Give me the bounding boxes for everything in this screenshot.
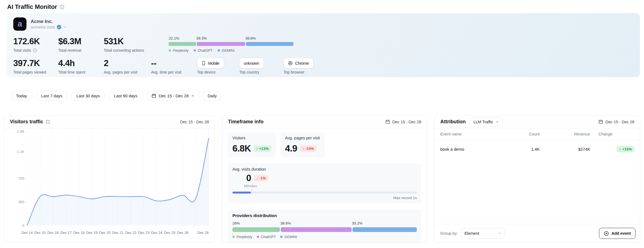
svg-text:350: 350 [18, 200, 24, 204]
chevron-down-icon [63, 25, 67, 29]
pages-per-visit-tile: Avg. pages per visit 4.9 ↓ -10% [281, 132, 325, 157]
traffic-filter-dropdown[interactable]: LLM Traffic [470, 117, 503, 127]
legend-dot-perplexity [169, 49, 171, 52]
segment-gemini [246, 42, 293, 46]
visitors-value: 6.8K [232, 143, 251, 154]
duration-progress-fill [232, 192, 251, 194]
verified-badge-icon [57, 25, 62, 30]
svg-text:Dec 23: Dec 23 [138, 231, 149, 235]
max-record-label: Max record 1s [232, 196, 417, 200]
stat-total-pages-viewed: 397.7K Total pages viewed [13, 58, 58, 75]
filter-last-7-days-button[interactable]: Last 7 days [36, 91, 68, 101]
count-cell: 1.4K [495, 147, 540, 152]
attribution-card: Attribution LLM Traffic Dec 15 - Dec 28 … [434, 115, 640, 243]
stat-total-time-spent: 4.4h Total time spent [58, 58, 104, 75]
svg-text:Dec 17: Dec 17 [60, 231, 71, 235]
segment-gemini [353, 227, 417, 232]
svg-text:Dec 26: Dec 26 [177, 231, 188, 235]
timeframe-info-title: Timeframe info [228, 119, 264, 125]
plus-circle-icon [604, 231, 609, 236]
revenue-cell: $274K [540, 147, 590, 152]
company-overview-panel: a Acme Inc. acmeinc.com 172.6K Total vis… [7, 13, 640, 77]
chevron-down-icon [191, 94, 195, 98]
visitors-stat-tile: Visitors 6.8K ↑ +13% [228, 132, 276, 157]
distribution-bar [169, 42, 293, 46]
arrow-up-icon: ↑ [619, 147, 621, 151]
arrow-down-icon: ↓ [256, 176, 258, 180]
duration-unit: Minutes [244, 184, 417, 188]
svg-text:Dec 21: Dec 21 [112, 231, 123, 235]
svg-text:Dec 28: Dec 28 [197, 231, 209, 235]
add-event-button[interactable]: Add event [599, 228, 635, 239]
svg-text:Dec 19: Dec 19 [86, 231, 97, 235]
legend-dot-gemini [218, 49, 220, 52]
page-title: AI Traffic Monitor [7, 3, 57, 11]
distribution-pct: 38.6% [245, 36, 256, 40]
top-device-pill: Mobile [197, 58, 224, 68]
stat-total-visits: 172.6K Total visits [13, 36, 58, 53]
distribution-pct: 22.1% [169, 36, 179, 40]
hero-provider-distribution: 22.1% 39.3% 38.6% Perplexity ChatGPT GEM… [169, 36, 293, 53]
info-icon[interactable] [33, 48, 37, 53]
granularity-daily-button[interactable]: Daily [203, 91, 221, 101]
distribution-pct: 39.3% [196, 36, 207, 40]
legend-dot-chatgpt [194, 49, 196, 52]
distribution-pct: 38.8% [280, 221, 291, 225]
filter-last-30-days-button[interactable]: Last 30 days [71, 91, 105, 101]
stat-top-device: Mobile Top device [197, 58, 239, 75]
change-badge: ↑ +15% [617, 146, 634, 152]
date-range-picker[interactable]: Dec 15 - Dec 28 [146, 91, 200, 101]
event-name-cell: book a demo [440, 147, 495, 152]
svg-text:Dec 25: Dec 25 [164, 231, 175, 235]
segment-perplexity [232, 227, 280, 232]
col-change: Change [590, 132, 634, 136]
table-row[interactable]: book a demo 1.4K $274K ↑ +15% [435, 140, 640, 158]
visitors-traffic-title: Visitors traffic [10, 119, 43, 125]
distribution-pct: 35.2% [352, 221, 362, 225]
col-count: Count [495, 132, 540, 136]
hero-stats-row-1: 172.6K Total visits $6.3M Total revenue … [13, 36, 633, 53]
svg-text:Dec 15: Dec 15 [34, 231, 46, 235]
company-domain-selector[interactable]: acmeinc.com [31, 25, 67, 30]
svg-text:700: 700 [18, 176, 24, 181]
calendar-icon [385, 119, 390, 124]
duration-progress-bar [232, 192, 417, 194]
calendar-icon [152, 93, 156, 98]
stat-top-country: unknown Top country [239, 58, 283, 75]
chevron-down-icon [495, 120, 499, 124]
progress-tick [251, 188, 252, 192]
timeframe-filters: Today Last 7 days Last 30 days Last 90 d… [11, 91, 644, 101]
hero-stats-row-2: 397.7K Total pages viewed 4.4h Total tim… [13, 58, 633, 75]
stat-total-converting-actions: 531K Total converting actions [104, 36, 151, 53]
providers-distribution-tile: Providers distribution 26% 38.8% 35.2% P… [228, 210, 421, 242]
duration-value: 0 [246, 173, 251, 183]
svg-text:1.4K: 1.4K [17, 129, 24, 134]
attribution-table-header: Event name Count Revenue Change [435, 128, 640, 140]
svg-text:1.1K: 1.1K [17, 150, 24, 154]
card-date-range: Dec 15 - Dec 28 [392, 120, 421, 124]
page-header: AI Traffic Monitor [0, 0, 644, 11]
card-date-range: Dec 15 - Dec 28 [605, 120, 634, 124]
attribution-title: Attribution [440, 119, 466, 125]
legend-dot-gemini [280, 236, 283, 238]
filter-today-button[interactable]: Today [11, 91, 32, 101]
timeframe-info-card: Timeframe info Dec 15 - Dec 28 Visitors … [222, 115, 427, 243]
segment-chatgpt [281, 227, 352, 232]
avg-visits-duration-tile: Avg. visits duration 0 ↓ -1% Minutes Max… [228, 163, 421, 203]
calendar-icon [598, 119, 603, 124]
info-icon[interactable] [60, 5, 64, 9]
group-by-label: Group by: [440, 231, 458, 236]
segment-perplexity [169, 42, 196, 46]
svg-text:Dec 24: Dec 24 [151, 231, 162, 235]
svg-text:Dec 20: Dec 20 [99, 231, 110, 235]
distribution-bar [232, 227, 417, 232]
info-icon[interactable] [46, 120, 50, 124]
col-revenue: Revenue [540, 132, 590, 136]
filter-last-90-days-button[interactable]: Last 90 days [109, 91, 143, 101]
mobile-phone-icon [202, 61, 206, 66]
svg-text:Dec 16: Dec 16 [47, 231, 59, 235]
visitors-change-badge: ↑ +13% [254, 145, 271, 152]
group-by-dropdown[interactable]: Element [461, 228, 505, 239]
visitors-line-chart: 03507001.1K1.4KDec 14Dec 15Dec 16Dec 17D… [4, 128, 214, 242]
svg-text:Dec 22: Dec 22 [125, 231, 136, 235]
